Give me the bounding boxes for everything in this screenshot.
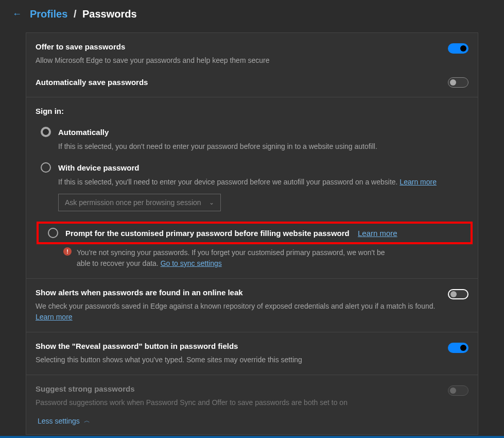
suggest-strong-title: Suggest strong passwords (36, 384, 438, 393)
device-password-learn-more-link[interactable]: Learn more (399, 178, 437, 186)
leak-alerts-title: Show alerts when passwords are found in … (36, 288, 438, 297)
radio-item-device-password: With device password If this is selected… (41, 162, 468, 211)
primary-password-learn-more-link[interactable]: Learn more (358, 229, 397, 238)
radio-primary-password-label: Prompt for the customised primary passwo… (65, 229, 397, 238)
offer-save-toggle[interactable] (448, 43, 468, 54)
page-header: ← Profiles / Passwords (0, 0, 504, 32)
device-password-permission-dropdown[interactable]: Ask permission once per browsing session… (58, 194, 221, 211)
chevron-down-icon: ⌄ (209, 199, 214, 206)
signin-heading: Sign in: (36, 107, 468, 115)
radio-automatically[interactable] (41, 127, 51, 137)
footer-progress-bar (0, 436, 504, 438)
radio-item-primary-password: Prompt for the customised primary passwo… (39, 228, 471, 238)
warning-icon: ! (63, 247, 72, 256)
leak-alerts-toggle[interactable] (448, 289, 468, 299)
less-settings-button[interactable]: Less settings︿ (36, 416, 90, 425)
highlight-box: Prompt for the customised primary passwo… (37, 222, 473, 244)
primary-password-warning-text: You're not syncing your passwords. If yo… (77, 247, 391, 269)
radio-primary-password[interactable] (48, 228, 58, 238)
settings-panel: Offer to save passwords Allow Microsoft … (26, 32, 478, 435)
chevron-up-icon: ︿ (84, 416, 90, 425)
radio-automatically-label: Automatically (58, 128, 109, 137)
go-to-sync-settings-link[interactable]: Go to sync settings (161, 259, 222, 267)
section-offer-save: Offer to save passwords Allow Microsoft … (26, 33, 478, 97)
reveal-password-toggle[interactable] (448, 343, 468, 353)
dropdown-selected-value: Ask permission once per browsing session (65, 198, 201, 207)
breadcrumb-parent-link[interactable]: Profiles (30, 8, 67, 20)
section-reveal-password: Show the "Reveal password" button in pas… (26, 332, 478, 375)
radio-device-password-desc: If this is selected, you'll need to ente… (58, 177, 468, 188)
section-signin: Sign in: Automatically If this is select… (26, 97, 478, 278)
breadcrumb-current: Passwords (82, 8, 137, 20)
leak-alerts-learn-more-link[interactable]: Learn more (36, 313, 73, 321)
autosave-toggle[interactable] (448, 77, 468, 88)
autosave-title: Automatically save passwords (36, 78, 148, 87)
reveal-password-title: Show the "Reveal password" button in pas… (36, 342, 438, 350)
breadcrumb: Profiles / Passwords (30, 8, 137, 20)
section-leak-alerts: Show alerts when passwords are found in … (26, 278, 478, 332)
breadcrumb-separator: / (71, 8, 79, 20)
back-arrow-icon[interactable]: ← (12, 9, 22, 20)
offer-save-desc: Allow Microsoft Edge to save your passwo… (36, 55, 438, 66)
radio-automatically-desc: If this is selected, you don't need to e… (58, 141, 468, 152)
primary-password-warning: ! You're not syncing your passwords. If … (58, 247, 468, 269)
offer-save-title: Offer to save passwords (36, 42, 438, 51)
radio-item-automatically: Automatically If this is selected, you d… (41, 127, 468, 152)
suggest-strong-desc: Password suggestions work when Password … (36, 397, 438, 408)
reveal-password-desc: Selecting this button shows what you've … (36, 355, 438, 365)
leak-alerts-desc: We check your passwords saved in Edge ag… (36, 301, 438, 323)
section-suggest-strong: Suggest strong passwords Password sugges… (26, 375, 478, 434)
radio-device-password-label: With device password (58, 163, 139, 172)
radio-device-password[interactable] (41, 162, 51, 173)
suggest-strong-toggle (448, 385, 468, 396)
